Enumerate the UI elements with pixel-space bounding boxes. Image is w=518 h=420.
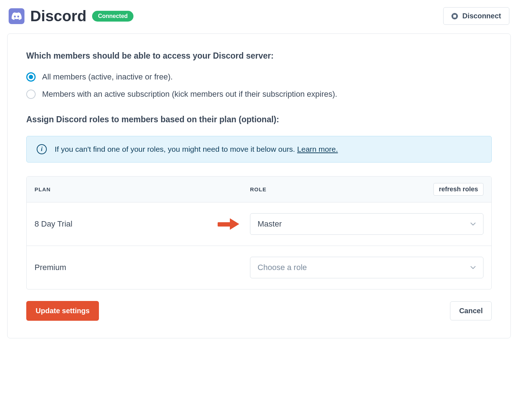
disconnect-button[interactable]: Disconnect (443, 7, 509, 25)
role-select-value: Master (258, 219, 282, 229)
arrow-right-icon (216, 217, 241, 231)
table-header: PLAN ROLE refresh roles (27, 177, 491, 202)
radio-selected-icon (26, 72, 36, 82)
chevron-down-icon (470, 265, 476, 270)
status-badge: Connected (92, 11, 133, 22)
stop-icon (451, 13, 458, 19)
radio-label: All members (active, inactive or free). (42, 72, 173, 82)
svg-rect-0 (218, 222, 231, 227)
info-box: i If you can't find one of your roles, y… (26, 136, 492, 163)
plan-column-header: PLAN (35, 186, 250, 192)
table-row: 8 Day Trial Master (27, 202, 491, 246)
footer-actions: Update settings Cancel (26, 301, 492, 321)
role-column-header: ROLE (250, 186, 267, 192)
discord-logo-icon (9, 8, 24, 24)
role-select-placeholder: Choose a role (258, 263, 307, 272)
roles-heading: Assign Discord roles to members based on… (26, 115, 492, 124)
info-icon: i (37, 144, 47, 154)
update-settings-button[interactable]: Update settings (26, 301, 99, 321)
learn-more-link[interactable]: Learn more. (297, 145, 338, 153)
radio-label: Members with an active subscription (kic… (42, 90, 337, 99)
table-row: Premium Choose a role (27, 246, 491, 289)
role-select[interactable]: Choose a role (250, 257, 483, 278)
radio-option-active-subscription[interactable]: Members with an active subscription (kic… (26, 90, 492, 99)
header-left: Discord Connected (9, 8, 133, 25)
refresh-roles-button[interactable]: refresh roles (433, 183, 483, 196)
page-header: Discord Connected Disconnect (7, 7, 511, 25)
info-text: If you can't find one of your roles, you… (55, 145, 338, 154)
radio-option-all-members[interactable]: All members (active, inactive or free). (26, 72, 492, 82)
chevron-down-icon (470, 221, 476, 227)
roles-table: PLAN ROLE refresh roles 8 Day Trial Mast… (26, 176, 492, 289)
radio-unselected-icon (26, 90, 36, 99)
cancel-button[interactable]: Cancel (450, 301, 492, 320)
page-title: Discord (30, 8, 86, 25)
role-select[interactable]: Master (250, 213, 483, 235)
plan-name: 8 Day Trial (35, 219, 72, 229)
settings-card: Which members should be able to access y… (7, 33, 511, 338)
access-radio-group: All members (active, inactive or free). … (26, 72, 492, 99)
access-heading: Which members should be able to access y… (26, 51, 492, 61)
disconnect-label: Disconnect (462, 12, 501, 20)
plan-name: Premium (35, 263, 66, 272)
